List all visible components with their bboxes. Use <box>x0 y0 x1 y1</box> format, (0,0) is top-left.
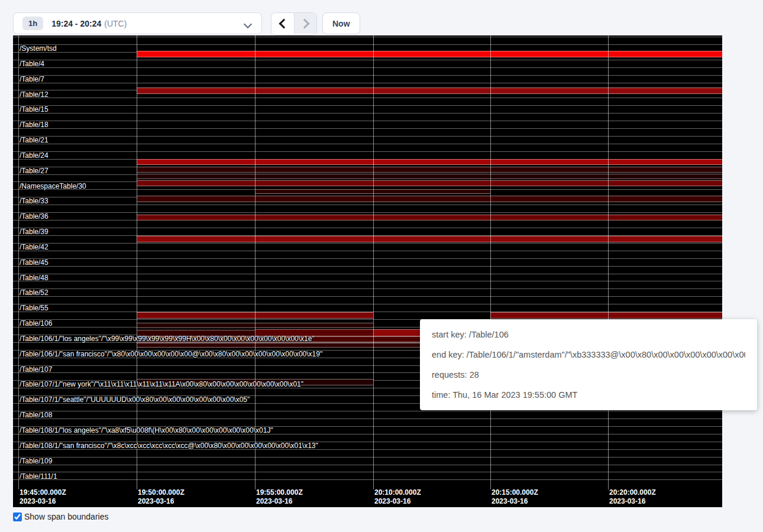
span-label: /Table/106/1/"san francisco"/"\x80\x00\x… <box>20 351 322 358</box>
span-boundary-line <box>13 136 722 137</box>
time-tick-label: 20:15:00.000Z2023-03-16 <box>492 488 538 506</box>
span-boundary-line <box>13 151 722 152</box>
span-label: /Table/18 <box>20 121 49 129</box>
heat-band <box>137 159 722 165</box>
chevron-right-icon <box>299 18 309 28</box>
span-boundary-line <box>13 121 722 121</box>
heat-band <box>137 180 722 186</box>
span-boundary-line <box>13 37 722 37</box>
time-tick-label: 20:10:00.000Z2023-03-16 <box>374 488 421 506</box>
key-visualizer-canvas[interactable]: /System/tsd/Table/4/Table/7/Table/12/Tab… <box>13 35 722 507</box>
time-gridline <box>490 35 491 489</box>
time-gridline <box>255 35 256 489</box>
time-tick-label: 19:55:00.000Z2023-03-16 <box>256 488 303 506</box>
now-button[interactable]: Now <box>322 12 360 34</box>
span-boundary-line <box>13 205 722 205</box>
heat-band <box>490 312 722 319</box>
span-label: /Table/4 <box>20 60 44 68</box>
span-boundary-line <box>13 281 722 281</box>
span-boundary-line <box>13 98 722 98</box>
show-span-boundaries-checkbox[interactable] <box>13 512 22 521</box>
tooltip-requests: requests: 28 <box>432 365 745 385</box>
span-boundary-line <box>13 60 722 60</box>
duration-badge: 1h <box>22 17 43 30</box>
span-label: /Table/21 <box>20 137 49 144</box>
span-boundary-line <box>13 113 722 113</box>
chevron-down-icon <box>244 20 252 28</box>
show-span-boundaries-row: Show span boundaries <box>13 512 108 521</box>
heat-band <box>137 236 722 242</box>
heat-band <box>255 189 490 194</box>
span-boundary-line <box>13 274 722 274</box>
show-span-boundaries-label: Show span boundaries <box>24 512 108 521</box>
span-label: /Table/15 <box>20 106 49 113</box>
heat-band <box>137 174 722 179</box>
span-label: /Table/27 <box>20 167 49 175</box>
span-label: /Table/42 <box>20 244 49 251</box>
chevron-left-icon <box>279 18 289 28</box>
span-label: /Table/7 <box>20 76 44 83</box>
heat-band <box>137 167 722 173</box>
time-tick-label: 19:50:00.000Z2023-03-16 <box>138 488 185 506</box>
timezone-text: (UTC) <box>104 19 127 28</box>
span-boundary-line <box>13 212 722 213</box>
span-boundary-line <box>13 457 722 458</box>
span-label: /Table/107 <box>20 366 52 374</box>
span-boundary-line <box>13 75 722 76</box>
heat-band <box>137 196 722 202</box>
span-boundary-line <box>13 288 722 289</box>
tooltip-time: time: Thu, 16 Mar 2023 19:55:00 GMT <box>432 385 745 405</box>
span-label: /Table/36 <box>20 213 49 220</box>
span-label: /Table/48 <box>20 274 49 282</box>
span-label: /Table/106 <box>20 320 52 327</box>
span-boundary-line <box>13 144 722 144</box>
span-label: /Table/108/1/"san francisco"/"\x8c\xcc\x… <box>20 442 318 450</box>
tooltip-start-key: start key: /Table/106 <box>432 325 745 345</box>
toolbar: 1h 19:24 - 20:24 (UTC) Now <box>0 0 763 35</box>
span-label: /Table/111/1 <box>20 473 57 481</box>
heat-band <box>137 87 722 94</box>
span-boundary-line <box>13 258 722 259</box>
time-gridline <box>18 35 19 489</box>
time-range-selector[interactable]: 1h 19:24 - 20:24 (UTC) <box>13 12 262 34</box>
span-label: /Table/12 <box>20 91 49 99</box>
span-boundary-line <box>13 411 722 411</box>
heat-band <box>137 215 722 220</box>
span-label: /Table/109 <box>20 458 52 465</box>
span-label: /Table/52 <box>20 289 49 297</box>
span-label: /Table/39 <box>20 228 49 236</box>
span-boundary-line <box>13 266 722 267</box>
heat-band <box>137 343 420 348</box>
heat-band <box>137 51 722 57</box>
span-boundary-line <box>13 228 722 228</box>
span-label: /Table/108 <box>20 411 52 419</box>
time-tick-label: 19:45:00.000Z2023-03-16 <box>20 488 66 506</box>
span-label: /Table/33 <box>20 197 49 205</box>
span-label: /Table/107/1/"seattle"/"UUUUUUD\x00\x80\… <box>20 396 250 404</box>
span-boundary-line <box>13 44 722 45</box>
span-boundary-line <box>13 479 722 480</box>
span-boundary-line <box>13 472 722 472</box>
span-label: /Table/24 <box>20 152 49 160</box>
span-boundary-line <box>13 296 722 297</box>
time-tick-label: 20:20:00.000Z2023-03-16 <box>609 488 656 506</box>
span-boundary-line <box>13 128 722 129</box>
span-label: /Table/108/1/"los angeles"/"\xa8\xf5\u00… <box>20 427 273 434</box>
span-boundary-line <box>13 83 722 83</box>
span-boundary-line <box>13 243 722 244</box>
span-boundary-line <box>13 67 722 68</box>
heat-band <box>373 329 420 336</box>
time-gridline <box>608 35 609 489</box>
span-label: /Table/55 <box>20 304 49 312</box>
span-label: /System/tsd <box>20 45 57 53</box>
time-gridline <box>373 35 374 489</box>
span-boundary-line <box>13 304 722 304</box>
span-boundary-line <box>13 105 722 106</box>
span-label: /Table/45 <box>20 259 49 267</box>
span-boundary-line <box>13 251 722 251</box>
time-nav-group <box>271 12 317 35</box>
prev-time-button[interactable] <box>271 13 294 34</box>
span-label: /Table/107/1/"new york"/"\x11\x11\x11\x1… <box>20 381 303 388</box>
next-time-button[interactable] <box>294 13 316 34</box>
span-boundary-line <box>13 465 722 465</box>
